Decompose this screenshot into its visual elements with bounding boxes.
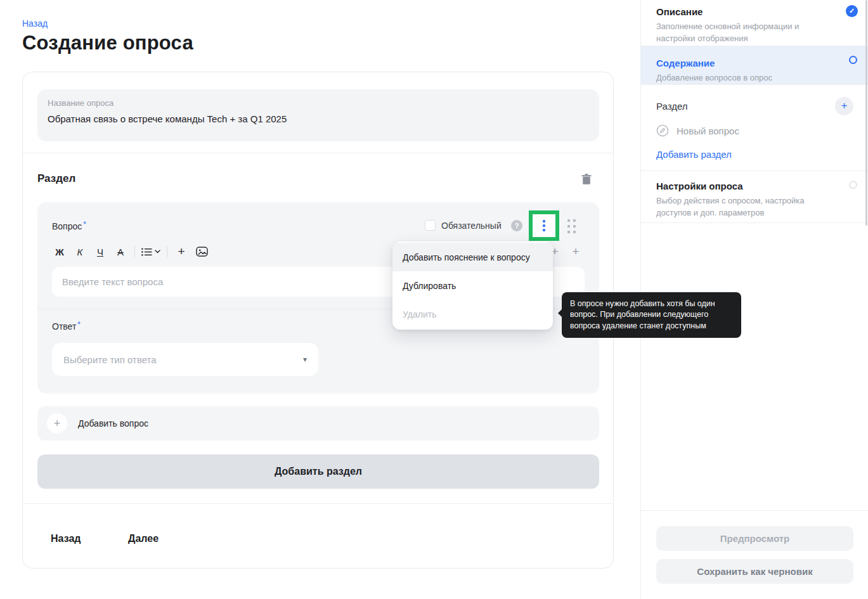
survey-builder-app: Назад Создание опроса Название опроса Об…	[0, 0, 868, 599]
question-context-menu: Добавить пояснение к вопросу Дублировать…	[392, 242, 553, 330]
step-active-radio-icon	[849, 56, 857, 64]
menu-item-add-explanation[interactable]: Добавить пояснение к вопросу	[392, 243, 553, 271]
survey-name-value: Обратная связь о встрече команды Tech + …	[48, 113, 589, 124]
footer-back-button[interactable]: Назад	[51, 533, 81, 544]
insert-image-button[interactable]	[194, 244, 209, 259]
divider	[641, 222, 868, 223]
page-title: Создание опроса	[22, 32, 193, 55]
step-pending-radio-icon	[849, 181, 857, 189]
italic-button[interactable]: К	[72, 244, 87, 259]
footer-next-button[interactable]: Далее	[128, 533, 159, 544]
pencil-icon	[656, 124, 669, 137]
add-question-label: Добавить вопрос	[78, 418, 148, 428]
menu-item-duplicate[interactable]: Дублировать	[392, 271, 553, 300]
chevron-down-icon	[155, 250, 160, 254]
toolbar-plus-button[interactable]: +	[569, 244, 582, 259]
question-menu-button[interactable]	[533, 214, 555, 237]
plus-icon: +	[47, 413, 67, 434]
step-subtitle: Добавление вопросов в опрос	[656, 72, 818, 84]
insert-plus-button[interactable]: +	[174, 244, 189, 259]
tooltip-arrow	[558, 309, 562, 318]
sidebar-new-question-item[interactable]: Новый вопрос	[656, 124, 739, 137]
step-title: Содержание	[656, 58, 853, 68]
format-toolbar: Ж К Ч А	[52, 244, 209, 259]
strikethrough-button[interactable]: А	[113, 244, 128, 259]
select-caret-icon: ▾	[303, 355, 307, 364]
sidebar-add-question-button[interactable]: +	[835, 97, 853, 115]
delete-section-button[interactable]	[581, 173, 593, 186]
step-content[interactable]: Содержание Добавление вопросов в опрос	[641, 46, 868, 84]
sidebar-section-row: Раздел +	[656, 96, 853, 115]
sidebar-add-section-link[interactable]: Добавить раздел	[656, 149, 732, 160]
answer-label: Ответ*	[52, 320, 81, 332]
required-asterisk: *	[77, 320, 81, 329]
step-subtitle: Заполнение основной информации и настрой…	[656, 21, 818, 45]
step-title: Описание	[656, 6, 853, 17]
required-checkbox[interactable]	[425, 220, 436, 231]
step-title: Настройки опроса	[656, 181, 853, 191]
trash-icon	[581, 173, 593, 185]
divider	[641, 510, 868, 511]
question-label: Вопрос*	[52, 220, 86, 231]
kebab-menu-icon	[543, 220, 545, 231]
list-icon	[141, 248, 152, 256]
survey-name-label: Название опроса	[48, 98, 589, 108]
toolbar-separator	[134, 246, 135, 257]
new-question-label: Новый вопрос	[677, 126, 739, 136]
divider	[641, 171, 868, 171]
answer-type-select[interactable]: Выберите тип ответа ▾	[52, 343, 318, 376]
sidebar-scrollbar[interactable]	[865, 0, 867, 226]
survey-name-field[interactable]: Название опроса Обратная связь о встрече…	[37, 89, 599, 141]
section-title: Раздел	[37, 172, 75, 185]
divider	[23, 153, 613, 153]
step-done-check-icon: ✓	[846, 5, 858, 17]
question-input-placeholder: Введите текст вопроса	[62, 276, 163, 287]
image-icon	[196, 247, 208, 257]
required-label: Обязательный	[441, 221, 502, 231]
sidebar-section-label: Раздел	[656, 101, 688, 112]
toolbar-right-group: + +	[548, 244, 582, 259]
required-asterisk: *	[83, 220, 86, 229]
delete-disabled-tooltip: В опросе нужно добавить хотя бы один воп…	[562, 292, 741, 338]
list-button[interactable]	[141, 244, 160, 259]
answer-select-placeholder: Выберите тип ответа	[63, 354, 157, 365]
step-subtitle: Выбор действия с опросом, настройка дост…	[656, 195, 818, 219]
add-question-button[interactable]: + Добавить вопрос	[37, 406, 599, 441]
help-icon[interactable]: ?	[511, 220, 522, 231]
menu-item-delete: Удалить	[392, 300, 553, 328]
divider	[641, 84, 868, 85]
preview-button[interactable]: Предпросмотр	[656, 526, 853, 551]
divider	[23, 503, 613, 504]
save-draft-button[interactable]: Сохранить как черновик	[656, 559, 853, 584]
add-section-button[interactable]: Добавить раздел	[37, 454, 599, 489]
underline-button[interactable]: Ч	[93, 244, 108, 259]
attention-highlight-box	[529, 210, 559, 241]
toolbar-separator	[167, 246, 167, 257]
step-settings[interactable]: Настройки опроса Выбор действия с опросо…	[641, 181, 868, 219]
drag-handle-icon[interactable]	[567, 219, 576, 233]
step-description[interactable]: Описание Заполнение основной информации …	[641, 6, 868, 45]
back-link[interactable]: Назад	[22, 18, 48, 29]
bold-button[interactable]: Ж	[52, 244, 67, 259]
